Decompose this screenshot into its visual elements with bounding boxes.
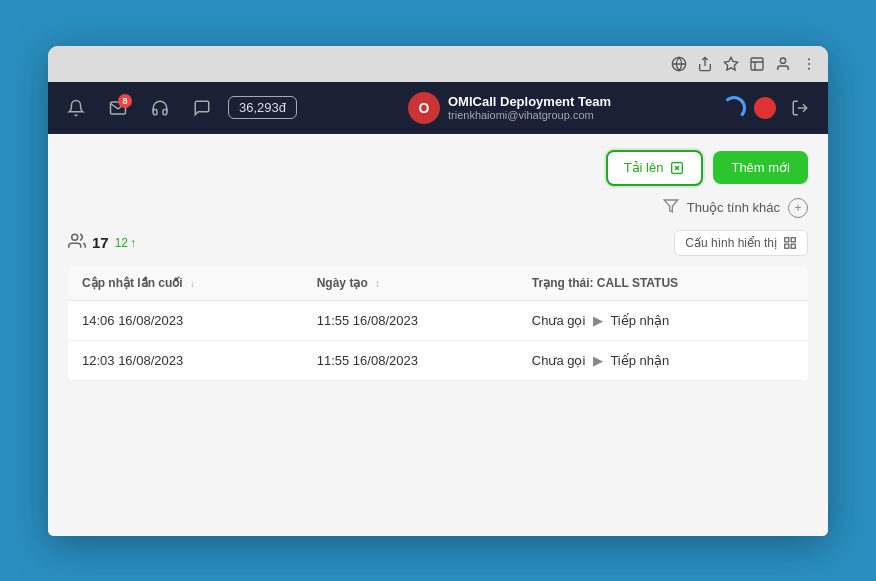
upload-label: Tải lên bbox=[624, 160, 664, 175]
headset-button[interactable] bbox=[144, 92, 176, 124]
svg-marker-15 bbox=[664, 200, 677, 212]
col-status[interactable]: Trạng thái: CALL STATUS bbox=[518, 266, 808, 301]
more-icon[interactable] bbox=[800, 55, 818, 73]
excel-icon bbox=[669, 160, 685, 176]
browser-window: 8 36,293đ O OMICall Deployment Team trie… bbox=[48, 46, 828, 536]
config-label: Cấu hình hiển thị bbox=[685, 236, 777, 250]
balance-display[interactable]: 36,293đ bbox=[228, 96, 297, 119]
data-table: Cập nhật lần cuối ↓ Ngày tạo ↕ Trạng thá… bbox=[68, 266, 808, 381]
svg-rect-18 bbox=[791, 237, 795, 241]
svg-point-16 bbox=[72, 234, 78, 240]
svg-point-10 bbox=[808, 67, 810, 69]
table-header-row: Cập nhật lần cuối ↓ Ngày tạo ↕ Trạng thá… bbox=[68, 266, 808, 301]
stats-left: 17 12 ↑ bbox=[68, 232, 136, 254]
svg-rect-17 bbox=[785, 237, 789, 241]
cell-status: Chưa gọi ▶ Tiếp nhận bbox=[518, 340, 808, 380]
brand-email: trienkhaiomi@vihatgroup.com bbox=[448, 109, 611, 121]
add-new-button[interactable]: Thêm mới bbox=[713, 151, 808, 184]
status-arrow: ▶ bbox=[593, 313, 603, 328]
cell-status: Chưa gọi ▶ Tiếp nhận bbox=[518, 300, 808, 340]
account-icon[interactable] bbox=[774, 55, 792, 73]
main-content: Tải lên Thêm mới Thuộc tính khác + bbox=[48, 134, 828, 536]
cell-updated: 12:03 16/08/2023 bbox=[68, 340, 303, 380]
loading-spinner bbox=[722, 96, 746, 120]
svg-rect-4 bbox=[751, 58, 763, 70]
brand-logo: O bbox=[408, 92, 440, 124]
config-icon bbox=[783, 236, 797, 250]
star-icon[interactable] bbox=[722, 55, 740, 73]
logout-button[interactable] bbox=[784, 92, 816, 124]
nav-brand: O OMICall Deployment Team trienkhaiomi@v… bbox=[307, 92, 712, 124]
record-button[interactable] bbox=[754, 97, 776, 119]
chat-button[interactable] bbox=[186, 92, 218, 124]
config-display-button[interactable]: Cấu hình hiển thị bbox=[674, 230, 808, 256]
layout-icon[interactable] bbox=[748, 55, 766, 73]
mail-button[interactable]: 8 bbox=[102, 92, 134, 124]
svg-point-8 bbox=[808, 58, 810, 60]
svg-rect-20 bbox=[785, 244, 789, 248]
sort-icon-created: ↕ bbox=[375, 278, 380, 289]
action-row: Tải lên Thêm mới bbox=[68, 150, 808, 186]
cell-created: 11:55 16/08/2023 bbox=[303, 340, 518, 380]
contacts-icon bbox=[68, 232, 86, 254]
status-arrow: ▶ bbox=[593, 353, 603, 368]
filter-label[interactable]: Thuộc tính khác bbox=[687, 200, 780, 215]
total-count: 17 bbox=[92, 234, 109, 251]
table-row: 14:06 16/08/2023 11:55 16/08/2023 Chưa g… bbox=[68, 300, 808, 340]
cell-created: 11:55 16/08/2023 bbox=[303, 300, 518, 340]
brand-text: OMICall Deployment Team trienkhaiomi@vih… bbox=[448, 94, 611, 121]
mail-badge: 8 bbox=[118, 94, 132, 108]
upload-button[interactable]: Tải lên bbox=[606, 150, 704, 186]
notification-button[interactable] bbox=[60, 92, 92, 124]
top-navbar: 8 36,293đ O OMICall Deployment Team trie… bbox=[48, 82, 828, 134]
col-created[interactable]: Ngày tạo ↕ bbox=[303, 266, 518, 301]
translate-icon[interactable] bbox=[670, 55, 688, 73]
app-content: 8 36,293đ O OMICall Deployment Team trie… bbox=[48, 82, 828, 536]
svg-marker-3 bbox=[724, 57, 737, 70]
cell-updated: 14:06 16/08/2023 bbox=[68, 300, 303, 340]
svg-point-9 bbox=[808, 63, 810, 65]
stats-row: 17 12 ↑ Cấu hình hiển thị bbox=[68, 230, 808, 256]
brand-name: OMICall Deployment Team bbox=[448, 94, 611, 109]
filter-add-button[interactable]: + bbox=[788, 198, 808, 218]
table-row: 12:03 16/08/2023 11:55 16/08/2023 Chưa g… bbox=[68, 340, 808, 380]
svg-rect-19 bbox=[791, 244, 795, 248]
sort-icon-updated: ↓ bbox=[190, 278, 195, 289]
sub-count: 12 ↑ bbox=[115, 236, 136, 250]
browser-top-bar bbox=[48, 46, 828, 82]
nav-right-icons bbox=[722, 92, 816, 124]
filter-row: Thuộc tính khác + bbox=[68, 198, 808, 218]
add-new-label: Thêm mới bbox=[731, 160, 790, 175]
filter-icon bbox=[663, 198, 679, 218]
share-icon[interactable] bbox=[696, 55, 714, 73]
col-updated[interactable]: Cập nhật lần cuối ↓ bbox=[68, 266, 303, 301]
svg-point-7 bbox=[780, 58, 785, 63]
